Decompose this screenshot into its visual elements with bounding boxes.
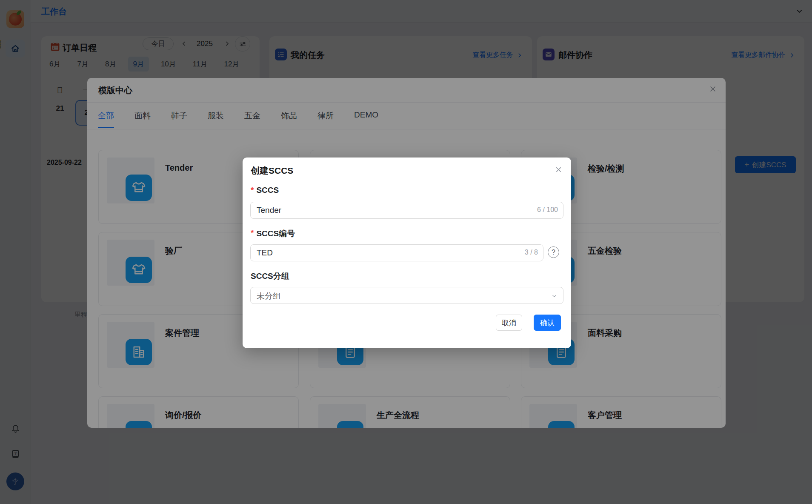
confirm-button[interactable]: 确认 [534,315,561,331]
sccs-code-input[interactable] [251,245,543,261]
close-icon [555,166,563,174]
sccs-group-select[interactable]: 未分组 [250,287,563,304]
create-sccs-dialog: 创建SCCS * SCCS 6 / 100 * SCCS编号 3 / 8 ? S… [243,158,571,348]
sccs-field-label: * SCCS [251,186,279,195]
cancel-button[interactable]: 取消 [496,315,522,331]
dialog-close-button[interactable] [555,166,563,174]
sccs-group-field-label: SCCS分组 [251,271,289,282]
sccs-code-input-wrapper: 3 / 8 [250,244,543,261]
chevron-down-icon [551,293,558,299]
dialog-title: 创建SCCS [251,165,293,177]
sccs-group-value: 未分组 [257,291,281,302]
sccs-code-char-counter: 3 / 8 [525,249,538,256]
sccs-char-counter: 6 / 100 [537,206,558,214]
sccs-code-field-label: * SCCS编号 [251,228,295,239]
required-asterisk: * [251,186,254,195]
sccs-input[interactable] [251,202,563,218]
sccs-input-wrapper: 6 / 100 [250,202,563,219]
required-asterisk: * [251,228,254,239]
help-circle-icon[interactable]: ? [548,246,559,258]
